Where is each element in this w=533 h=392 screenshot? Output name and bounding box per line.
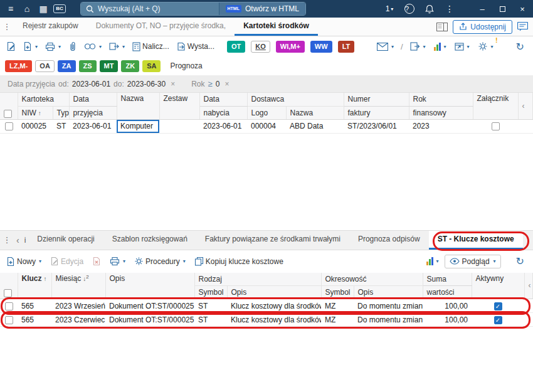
- column-okres-symbol[interactable]: Symbol: [321, 286, 354, 299]
- column-logo[interactable]: Logo: [247, 106, 286, 119]
- column-group-rodzaj[interactable]: Rodzaj: [194, 273, 321, 286]
- cell-rodzaj-symbol[interactable]: ST: [194, 313, 227, 327]
- cell-rodzaj-opis[interactable]: Klucz kosztowy dla środków: [227, 299, 321, 313]
- tabs-scroll-left-icon[interactable]: ‹: [14, 231, 22, 250]
- select-all-checkbox[interactable]: [4, 110, 12, 118]
- column-okres-opis[interactable]: Opis: [354, 286, 423, 299]
- column-zalacznik[interactable]: Załącznik: [473, 93, 518, 119]
- hamburger-menu-icon[interactable]: ≡: [3, 1, 18, 16]
- search-input[interactable]: Wyszukaj (Alt + Q): [81, 3, 219, 15]
- zalacznik-checkbox[interactable]: [492, 122, 500, 130]
- cost-key-row[interactable]: 565 2023 Wrzesień Dokument OT:ST/000025 …: [0, 299, 533, 313]
- filter-badge-mt[interactable]: MT: [100, 60, 119, 72]
- edycja-button[interactable]: Edycja: [48, 255, 86, 268]
- wystaw-button[interactable]: Wysta...: [174, 40, 217, 53]
- procedury-button[interactable]: Procedury ▾: [132, 255, 188, 268]
- column-typ[interactable]: Typ: [53, 106, 69, 119]
- detail-analytics-button[interactable]: ▾: [424, 255, 441, 267]
- column-niw[interactable]: NIW↑: [18, 106, 53, 119]
- refresh-button[interactable]: ↻: [514, 39, 527, 55]
- column-rodzaj-symbol[interactable]: Symbol: [194, 286, 227, 299]
- print-detail-button[interactable]: ▾: [107, 255, 128, 268]
- column-rodzaj-opis[interactable]: Opis: [227, 286, 321, 299]
- filter-chip-rok[interactable]: Rok ≥ 0 ×: [191, 79, 229, 88]
- column-numer-faktury[interactable]: Numer: [344, 93, 409, 106]
- session-count-dropdown[interactable]: 1▾: [382, 1, 397, 16]
- cell-okres-opis[interactable]: Do momentu zmiany: [354, 313, 423, 327]
- cell-nazwa-selected[interactable]: Komputer: [117, 119, 159, 133]
- filter-badge-oa[interactable]: OA: [35, 60, 55, 72]
- cell-okres-opis[interactable]: Do momentu zmiany: [354, 299, 423, 313]
- open-in-html-button[interactable]: HTML Otwórz w HTML: [219, 3, 305, 15]
- settings-button[interactable]: ! ▾: [475, 40, 496, 53]
- row-checkbox[interactable]: [5, 316, 13, 324]
- analytics-button[interactable]: ▾: [431, 41, 449, 53]
- filter-badge-sa[interactable]: SA: [142, 60, 161, 72]
- column-group-dostawca[interactable]: Dostawca: [247, 93, 344, 106]
- column-rok-finansowy[interactable]: Rok: [409, 93, 473, 106]
- bell-icon[interactable]: [422, 1, 437, 16]
- cell-suma[interactable]: 100,00: [423, 313, 472, 327]
- doc-type-badge-lt[interactable]: LT: [338, 41, 355, 53]
- tabs-kebab-menu-icon[interactable]: ⋮: [0, 18, 14, 36]
- tab-prognoza-odpisow[interactable]: Prognoza odpisów: [349, 231, 429, 250]
- cell-opis[interactable]: Dokument OT:ST/000025: [105, 313, 194, 327]
- select-all-checkbox[interactable]: [4, 289, 12, 297]
- doc-type-badge-wim[interactable]: WI,M+: [276, 41, 305, 53]
- row-checkbox[interactable]: [5, 122, 13, 130]
- cell-klucz[interactable]: 565: [18, 299, 51, 313]
- minimize-button[interactable]: –: [474, 1, 490, 16]
- column-chooser[interactable]: ‹: [518, 93, 533, 119]
- tab-szablon-rozksiegowan[interactable]: Szablon rozksięgowań: [103, 231, 196, 250]
- doc-type-badge-ww[interactable]: WW: [310, 41, 332, 53]
- remove-filter-icon[interactable]: ×: [171, 80, 175, 88]
- podglad-button[interactable]: Podgląd ▾: [445, 255, 501, 268]
- delete-button[interactable]: [90, 255, 103, 268]
- attachment-button[interactable]: [66, 40, 79, 53]
- kopiuj-klucze-button[interactable]: Kopiuj klucze kosztowe: [192, 255, 286, 268]
- cell-data-przyjecia[interactable]: 2023-06-01: [69, 119, 117, 133]
- close-button[interactable]: ×: [514, 1, 530, 16]
- tab-partial[interactable]: i: [22, 231, 29, 250]
- tab-st-klucze-kosztowe[interactable]: ST - Klucze kosztowe: [429, 231, 523, 250]
- column-zestaw[interactable]: Zestaw: [159, 93, 199, 119]
- column-opis[interactable]: Opis: [105, 273, 194, 299]
- help-icon[interactable]: ?: [402, 1, 417, 16]
- cell-rok-finansowy[interactable]: 2023: [409, 119, 473, 133]
- column-miesiac[interactable]: Miesiąc↓2: [51, 273, 105, 299]
- cell-numer-faktury[interactable]: ST/2023/06/01: [344, 119, 409, 133]
- cell-okres-symbol[interactable]: MZ: [321, 313, 354, 327]
- cell-miesiac[interactable]: 2023 Czerwiec: [51, 313, 105, 327]
- bc-module-icon[interactable]: BC: [52, 1, 67, 16]
- tab-faktury-powiazane[interactable]: Faktury powiązane ze środkami trwałymi: [196, 231, 349, 250]
- column-chooser[interactable]: ‹: [524, 273, 532, 299]
- edit-document-button[interactable]: [4, 40, 18, 53]
- cell-data-nabycia[interactable]: 2023-06-01: [199, 119, 247, 133]
- kebab-menu-icon[interactable]: ⋮: [442, 1, 457, 16]
- cell-dostawca-nazwa[interactable]: ABD Data: [286, 119, 344, 133]
- doc-type-badge-ot[interactable]: OT: [227, 41, 245, 53]
- cell-opis[interactable]: Dokument OT:ST/000025: [105, 299, 194, 313]
- cell-niw[interactable]: 000025: [18, 119, 53, 133]
- print-series-button[interactable]: ▾: [408, 40, 428, 53]
- doc-type-badge-ko[interactable]: KO: [251, 41, 270, 53]
- asset-row[interactable]: 000025 ST 2023-06-01 Komputer 2023-06-01…: [0, 119, 533, 133]
- print-button[interactable]: ▾: [43, 40, 63, 53]
- cost-key-row[interactable]: 565 2023 Czerwiec Dokument OT:ST/000025 …: [0, 313, 533, 327]
- share-button[interactable]: Udostępnij: [453, 20, 512, 34]
- home-icon[interactable]: ⌂: [19, 1, 34, 16]
- filter-badge-zs[interactable]: ZS: [79, 60, 97, 72]
- cell-rodzaj-symbol[interactable]: ST: [194, 299, 227, 313]
- column-data-nabycia[interactable]: Data: [199, 93, 247, 106]
- tab-kartoteki-srodkow[interactable]: Kartoteki środków: [235, 18, 318, 36]
- export-button[interactable]: ▾: [107, 40, 127, 53]
- cell-klucz[interactable]: 565: [18, 313, 51, 327]
- comments-icon[interactable]: [517, 22, 528, 31]
- maximize-button[interactable]: [494, 1, 510, 16]
- column-group-okresowosc[interactable]: Okresowość: [321, 273, 423, 286]
- cell-miesiac[interactable]: 2023 Wrzesień: [51, 299, 105, 313]
- filter-badge-zk[interactable]: ZK: [121, 60, 139, 72]
- column-suma-wartosci[interactable]: Suma: [423, 273, 472, 286]
- row-checkbox[interactable]: [5, 302, 13, 310]
- tab-dokumenty-ot-no[interactable]: Dokumenty OT, NO – przyjęcie środka,: [87, 18, 235, 36]
